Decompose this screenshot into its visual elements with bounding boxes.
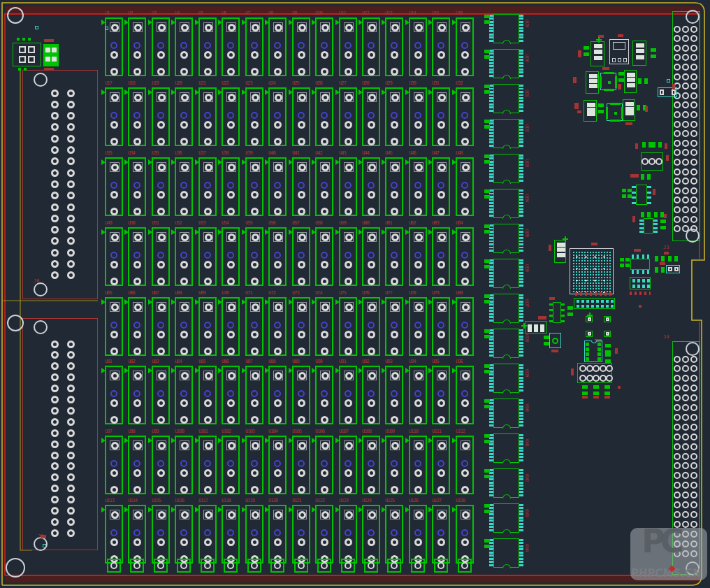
soic-ic[interactable]: [489, 49, 524, 80]
relay-component[interactable]: [456, 17, 474, 76]
relay-component[interactable]: [409, 366, 427, 424]
din-connector[interactable]: [22, 70, 98, 299]
relay-component[interactable]: [198, 366, 217, 424]
soic-ic[interactable]: [489, 329, 524, 359]
relay-component[interactable]: [339, 157, 357, 216]
relay-component[interactable]: [456, 505, 474, 564]
relay-component[interactable]: [362, 297, 380, 356]
relay-component[interactable]: [245, 227, 263, 286]
relay-component[interactable]: [268, 436, 287, 494]
relay-component[interactable]: [175, 157, 193, 216]
relay-component[interactable]: [432, 157, 450, 216]
relay-component[interactable]: [362, 366, 380, 424]
chip-capacitor[interactable]: [618, 72, 624, 82]
chip-capacitor[interactable]: [598, 103, 604, 113]
soic-ic[interactable]: [489, 399, 524, 429]
relay-component[interactable]: [222, 436, 240, 494]
terminal-block[interactable]: [641, 152, 663, 171]
soic-ic[interactable]: [489, 84, 524, 115]
soic-ic[interactable]: [489, 14, 524, 45]
soic8-ic[interactable]: [549, 302, 565, 323]
relay-component[interactable]: [198, 87, 217, 146]
relay-component[interactable]: [245, 87, 263, 146]
relay-component[interactable]: [315, 366, 333, 424]
relay-component[interactable]: [456, 436, 474, 494]
relay-component[interactable]: [105, 87, 123, 146]
relay-component[interactable]: [128, 157, 146, 216]
relay-component[interactable]: [315, 297, 333, 356]
relay-component[interactable]: [268, 366, 287, 424]
relay-component[interactable]: [456, 157, 474, 216]
bga-ic[interactable]: [570, 248, 614, 294]
relay-component[interactable]: [245, 436, 263, 494]
soic-ic[interactable]: [489, 259, 524, 289]
relay-component[interactable]: [105, 505, 123, 564]
chip-capacitor[interactable]: [544, 336, 549, 345]
relay-component[interactable]: [292, 505, 310, 564]
relay-component[interactable]: [222, 87, 240, 146]
relay-component[interactable]: [175, 366, 193, 424]
sot23-transistor[interactable]: [632, 41, 646, 66]
relay-component[interactable]: [128, 366, 146, 424]
relay-component[interactable]: [456, 366, 474, 424]
dip8-socket[interactable]: [584, 340, 602, 362]
relay-component[interactable]: [175, 505, 193, 564]
soic-ic[interactable]: [489, 364, 524, 394]
relay-component[interactable]: [175, 436, 193, 494]
relay-component[interactable]: [198, 436, 217, 494]
sot23-transistor[interactable]: [591, 41, 604, 66]
relay-component[interactable]: [409, 436, 427, 494]
relay-component[interactable]: [292, 436, 310, 494]
chip-capacitor[interactable]: [641, 212, 651, 217]
soic-ic[interactable]: [489, 154, 524, 185]
relay-component[interactable]: [409, 157, 427, 216]
relay-component[interactable]: [339, 505, 357, 564]
oscillator[interactable]: [586, 316, 611, 337]
relay-component[interactable]: [385, 227, 403, 286]
relay-component[interactable]: [292, 227, 310, 286]
chip-capacitor[interactable]: [668, 256, 678, 261]
chip-capacitor[interactable]: [660, 220, 666, 229]
relay-component[interactable]: [385, 436, 403, 494]
relay-component[interactable]: [385, 87, 403, 146]
jumper-block[interactable]: [43, 44, 59, 66]
relay-component[interactable]: [245, 505, 263, 564]
relay-component[interactable]: [432, 297, 450, 356]
chip-capacitor[interactable]: [584, 46, 589, 56]
relay-component[interactable]: [175, 297, 193, 356]
relay-component[interactable]: [409, 17, 427, 76]
relay-component[interactable]: [128, 505, 146, 564]
relay-component[interactable]: [198, 505, 217, 564]
relay-component[interactable]: [315, 227, 333, 286]
relay-component[interactable]: [385, 366, 403, 424]
relay-component[interactable]: [385, 17, 403, 76]
transistor[interactable]: [525, 321, 547, 334]
relay-component[interactable]: [362, 505, 380, 564]
soic-ic[interactable]: [489, 468, 524, 499]
relay-component[interactable]: [222, 157, 240, 216]
relay-component[interactable]: [222, 17, 240, 76]
relay-component[interactable]: [198, 227, 217, 286]
relay-component[interactable]: [105, 436, 123, 494]
chip-capacitor[interactable]: [604, 385, 610, 395]
relay-component[interactable]: [432, 87, 450, 146]
relay-component[interactable]: [292, 297, 310, 356]
relay-component[interactable]: [128, 87, 146, 146]
soic-ic[interactable]: [489, 224, 524, 254]
relay-component[interactable]: [175, 87, 193, 146]
relay-component[interactable]: [245, 17, 263, 76]
chip-resistor[interactable]: [658, 87, 677, 97]
soic-ic[interactable]: [489, 503, 524, 534]
relay-component[interactable]: [152, 505, 170, 564]
relay-component[interactable]: [105, 227, 123, 286]
relay-component[interactable]: [128, 17, 146, 76]
relay-component[interactable]: [175, 227, 193, 286]
relay-component[interactable]: [268, 87, 287, 146]
relay-component[interactable]: [432, 366, 450, 424]
relay-component[interactable]: [339, 297, 357, 356]
pad-array[interactable]: [622, 189, 632, 198]
pad-array[interactable]: [620, 258, 630, 267]
qfn-ic[interactable]: [600, 73, 616, 90]
relay-component[interactable]: [362, 157, 380, 216]
relay-component[interactable]: [432, 505, 450, 564]
